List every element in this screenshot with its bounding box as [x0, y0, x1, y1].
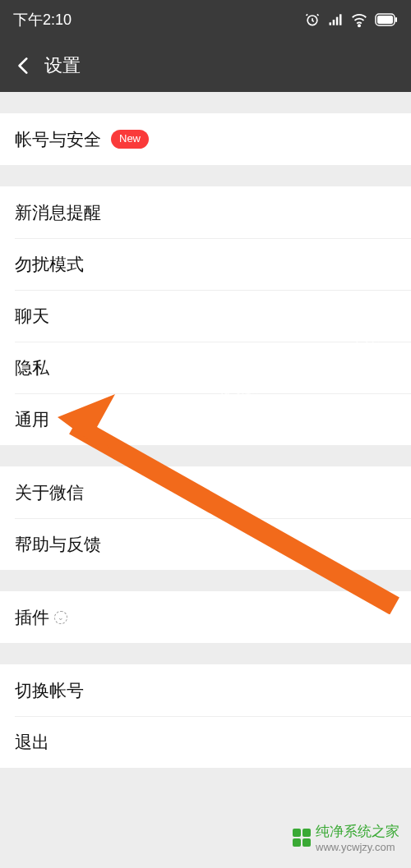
- signal-icon: [327, 11, 344, 28]
- svg-rect-3: [336, 17, 339, 25]
- new-badge: New: [111, 130, 149, 148]
- watermark-logo-icon: [293, 829, 311, 847]
- section-gap: [0, 570, 411, 591]
- row-chat[interactable]: 聊天: [0, 290, 411, 342]
- row-label: 勿扰模式: [15, 253, 84, 276]
- row-label: 切换帐号: [15, 679, 84, 702]
- row-switch-account[interactable]: 切换帐号: [0, 664, 411, 716]
- status-bar: 下午2:10: [0, 0, 411, 39]
- section-gap: [0, 643, 411, 664]
- svg-rect-1: [330, 22, 332, 25]
- row-account-security[interactable]: 帐号与安全 New: [0, 113, 411, 165]
- row-new-message-notify[interactable]: 新消息提醒: [0, 186, 411, 238]
- watermark-site: www.ycwjzy.com: [316, 841, 399, 853]
- svg-rect-7: [377, 16, 393, 24]
- svg-rect-2: [333, 20, 335, 25]
- row-help-feedback[interactable]: 帮助与反馈: [0, 518, 411, 570]
- watermark-brand: 纯净系统之家: [316, 822, 399, 841]
- settings-group-general: 新消息提醒 勿扰模式 聊天 隐私 通用: [0, 186, 411, 445]
- settings-group-account: 帐号与安全 New: [0, 113, 411, 165]
- row-label: 隐私: [15, 356, 49, 379]
- row-label: 新消息提醒: [15, 201, 101, 224]
- wifi-icon: [350, 11, 368, 29]
- settings-group-logout: 切换帐号 退出: [0, 664, 411, 768]
- row-privacy[interactable]: 隐私: [0, 342, 411, 393]
- row-label: 关于微信: [15, 481, 84, 504]
- row-label: 帐号与安全: [15, 128, 101, 151]
- row-about-wechat[interactable]: 关于微信: [0, 466, 411, 518]
- watermark-corner: 纯净系统之家 www.ycwjzy.com: [293, 822, 399, 853]
- page-title: 设置: [44, 53, 81, 78]
- svg-rect-4: [339, 14, 342, 25]
- row-label: 插件: [15, 606, 49, 629]
- row-do-not-disturb[interactable]: 勿扰模式: [0, 238, 411, 290]
- plugin-icon: ⌄: [54, 611, 67, 624]
- navigation-bar: 设置: [0, 39, 411, 92]
- row-label: 通用: [15, 408, 49, 431]
- status-time: 下午2:10: [13, 10, 72, 30]
- row-logout[interactable]: 退出: [0, 716, 411, 768]
- row-general[interactable]: 通用: [0, 393, 411, 445]
- settings-group-about: 关于微信 帮助与反馈: [0, 466, 411, 570]
- settings-group-plugin: 插件 ⌄: [0, 591, 411, 643]
- section-gap: [0, 92, 411, 113]
- row-plugin[interactable]: 插件 ⌄: [0, 591, 411, 643]
- alarm-icon: [304, 11, 321, 28]
- battery-icon: [375, 13, 398, 26]
- section-gap: [0, 165, 411, 186]
- row-label: 聊天: [15, 305, 49, 328]
- svg-point-5: [358, 25, 360, 26]
- back-icon[interactable]: [13, 55, 35, 76]
- row-label: 帮助与反馈: [15, 533, 101, 556]
- section-gap: [0, 445, 411, 466]
- status-icons: [304, 11, 398, 29]
- row-label: 退出: [15, 731, 49, 754]
- svg-rect-8: [395, 17, 397, 22]
